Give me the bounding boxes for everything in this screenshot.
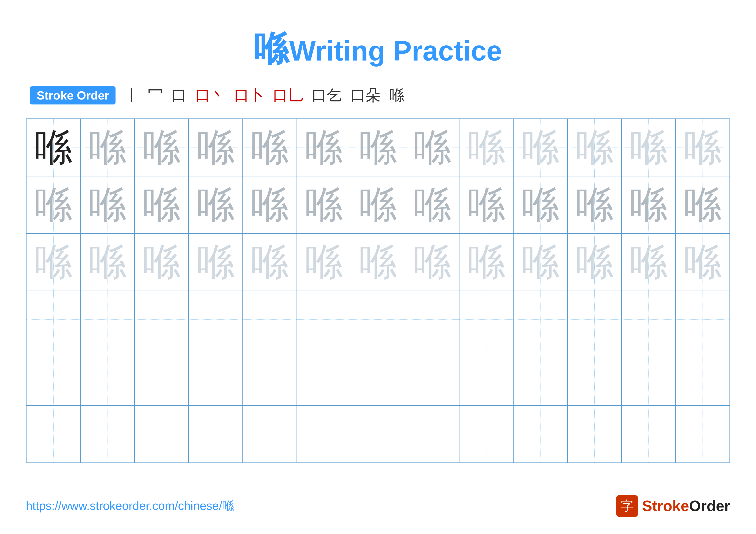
- footer-url[interactable]: https://www.strokeorder.com/chinese/喺: [26, 498, 234, 514]
- grid-cell[interactable]: [676, 405, 730, 463]
- grid-cell[interactable]: [676, 348, 730, 405]
- grid-cell[interactable]: 喺: [80, 176, 134, 234]
- grid-cell[interactable]: [189, 405, 243, 463]
- stroke-step-9: 喺: [389, 85, 404, 106]
- footer: https://www.strokeorder.com/chinese/喺 字 …: [26, 495, 730, 517]
- grid-cell[interactable]: [297, 291, 351, 348]
- grid-cell[interactable]: [513, 348, 567, 405]
- grid-cell[interactable]: 喺: [351, 119, 405, 176]
- stroke-order-badge: Stroke Order: [30, 87, 116, 105]
- stroke-step-1: 丨: [124, 85, 139, 106]
- logo-icon: 字: [616, 495, 638, 517]
- stroke-order-row: Stroke Order 丨 冖 口 口丶 口卜 口乚 口乞 口朵 喺: [30, 85, 730, 106]
- grid-cell[interactable]: 喺: [243, 176, 297, 234]
- grid-cell[interactable]: 喺: [459, 234, 513, 291]
- grid-cell[interactable]: [297, 348, 351, 405]
- grid-cell[interactable]: [567, 348, 622, 405]
- grid-cell[interactable]: 喺: [134, 176, 189, 234]
- logo-text: StrokeOrder: [642, 497, 730, 515]
- grid-cell[interactable]: 喺: [567, 176, 622, 234]
- grid-cell[interactable]: 喺: [189, 234, 243, 291]
- grid-cell[interactable]: 喺: [405, 176, 459, 234]
- footer-logo: 字 StrokeOrder: [616, 495, 730, 517]
- grid-cell[interactable]: [405, 291, 459, 348]
- grid-cell[interactable]: 喺: [134, 119, 189, 176]
- grid-cell[interactable]: 喺: [26, 176, 80, 234]
- grid-cell[interactable]: [622, 348, 676, 405]
- stroke-step-4: 口丶: [195, 85, 226, 106]
- grid-cell[interactable]: 喺: [80, 119, 134, 176]
- grid-cell[interactable]: [134, 291, 189, 348]
- grid-cell[interactable]: [80, 348, 134, 405]
- title-char: 喺: [254, 30, 288, 68]
- grid-cell[interactable]: 喺: [297, 119, 351, 176]
- grid-cell[interactable]: 喺: [80, 234, 134, 291]
- grid-cell[interactable]: 喺: [297, 234, 351, 291]
- grid-cell[interactable]: [513, 405, 567, 463]
- grid-cell[interactable]: 喺: [459, 176, 513, 234]
- grid-cell[interactable]: [622, 291, 676, 348]
- grid-cell[interactable]: 喺: [405, 119, 459, 176]
- stroke-step-5: 口卜: [234, 85, 264, 106]
- grid-cell[interactable]: 喺: [622, 176, 676, 234]
- grid-cell[interactable]: 喺: [405, 234, 459, 291]
- stroke-step-6: 口乚: [273, 85, 303, 106]
- grid-cell[interactable]: [80, 291, 134, 348]
- grid-cell[interactable]: [80, 405, 134, 463]
- grid-cell[interactable]: 喺: [26, 234, 80, 291]
- grid-cell[interactable]: [26, 291, 80, 348]
- grid-cell[interactable]: 喺: [567, 119, 622, 176]
- stroke-step-3: 口: [172, 85, 187, 106]
- grid-cell[interactable]: 喺: [189, 119, 243, 176]
- grid-cell[interactable]: [26, 348, 80, 405]
- grid-cell[interactable]: [243, 291, 297, 348]
- stroke-step-2: 冖: [148, 85, 163, 106]
- grid-cell[interactable]: 喺: [134, 234, 189, 291]
- grid-cell[interactable]: 喺: [513, 176, 567, 234]
- grid-cell[interactable]: [351, 291, 405, 348]
- grid-cell[interactable]: [567, 291, 622, 348]
- grid-cell[interactable]: [459, 348, 513, 405]
- grid-cell[interactable]: 喺: [622, 234, 676, 291]
- grid-cell[interactable]: [622, 405, 676, 463]
- grid-cell[interactable]: [134, 348, 189, 405]
- grid-cell[interactable]: 喺: [513, 234, 567, 291]
- grid-cell[interactable]: 喺: [297, 176, 351, 234]
- grid-cell[interactable]: [459, 405, 513, 463]
- grid-cell[interactable]: [189, 291, 243, 348]
- grid-cell[interactable]: [243, 348, 297, 405]
- grid-cell[interactable]: [26, 405, 80, 463]
- grid-cell[interactable]: [243, 405, 297, 463]
- grid-cell[interactable]: 喺: [243, 234, 297, 291]
- grid-cell[interactable]: 喺: [243, 119, 297, 176]
- grid-cell[interactable]: [459, 291, 513, 348]
- title-text: Writing Practice: [289, 35, 502, 66]
- practice-grid: 喺喺喺喺喺喺喺喺喺喺喺喺喺喺喺喺喺喺喺喺喺喺喺喺喺喺喺喺喺喺喺喺喺喺喺喺喺喺喺: [26, 118, 730, 463]
- grid-cell[interactable]: 喺: [189, 176, 243, 234]
- grid-cell[interactable]: [676, 291, 730, 348]
- grid-cell[interactable]: 喺: [567, 234, 622, 291]
- grid-cell[interactable]: [513, 291, 567, 348]
- grid-cell[interactable]: [405, 348, 459, 405]
- grid-cell[interactable]: [134, 405, 189, 463]
- title-area: 喺 Writing Practice: [26, 26, 730, 72]
- grid-cell[interactable]: [189, 348, 243, 405]
- grid-cell[interactable]: 喺: [676, 176, 730, 234]
- grid-cell[interactable]: 喺: [459, 119, 513, 176]
- stroke-step-8: 口朵: [350, 85, 381, 106]
- grid-cell[interactable]: 喺: [351, 176, 405, 234]
- grid-cell[interactable]: 喺: [513, 119, 567, 176]
- grid-cell[interactable]: [405, 405, 459, 463]
- grid-cell[interactable]: [351, 405, 405, 463]
- page: 喺 Writing Practice Stroke Order 丨 冖 口 口丶…: [0, 0, 756, 534]
- grid-cell[interactable]: 喺: [351, 234, 405, 291]
- stroke-step-7: 口乞: [311, 85, 342, 106]
- grid-cell[interactable]: [351, 348, 405, 405]
- grid-cell[interactable]: [297, 405, 351, 463]
- grid-cell[interactable]: 喺: [676, 234, 730, 291]
- grid-cell[interactable]: [567, 405, 622, 463]
- grid-cell[interactable]: 喺: [26, 119, 80, 176]
- grid-cell[interactable]: 喺: [622, 119, 676, 176]
- grid-cell[interactable]: 喺: [676, 119, 730, 176]
